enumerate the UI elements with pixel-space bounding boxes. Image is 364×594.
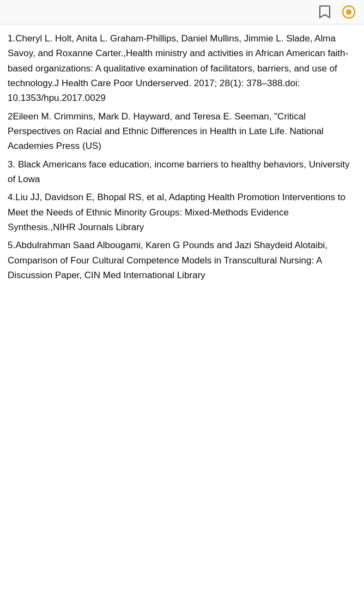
top-icons: [316, 3, 357, 21]
reference-3-text: 3. Black Americans face education, incom…: [8, 159, 349, 184]
top-bar: [0, 0, 364, 25]
reference-item: 1.Cheryl L. Holt, Anita L. Graham-Philli…: [8, 31, 356, 106]
reference-2-text: 2Eileen M. Crimmins, Mark D. Hayward, an…: [8, 111, 324, 152]
bookmark-icon[interactable]: [316, 3, 333, 21]
svg-point-1: [346, 9, 351, 15]
content-area: 1.Cheryl L. Holt, Anita L. Graham-Philli…: [0, 25, 364, 297]
reference-item: 3. Black Americans face education, incom…: [8, 157, 356, 187]
reference-item: 2Eileen M. Crimmins, Mark D. Hayward, an…: [8, 109, 356, 154]
reference-1-text: 1.Cheryl L. Holt, Anita L. Graham-Philli…: [8, 33, 348, 103]
share-icon[interactable]: [340, 3, 357, 21]
reference-5-text: 5.Abdulrahman Saad Albougami, Karen G Po…: [8, 240, 327, 280]
reference-item: 4.Liu JJ, Davidson E, Bhopal RS, et al, …: [8, 190, 356, 235]
reference-item: 5.Abdulrahman Saad Albougami, Karen G Po…: [8, 238, 356, 283]
reference-4-text: 4.Liu JJ, Davidson E, Bhopal RS, et al, …: [8, 192, 345, 232]
